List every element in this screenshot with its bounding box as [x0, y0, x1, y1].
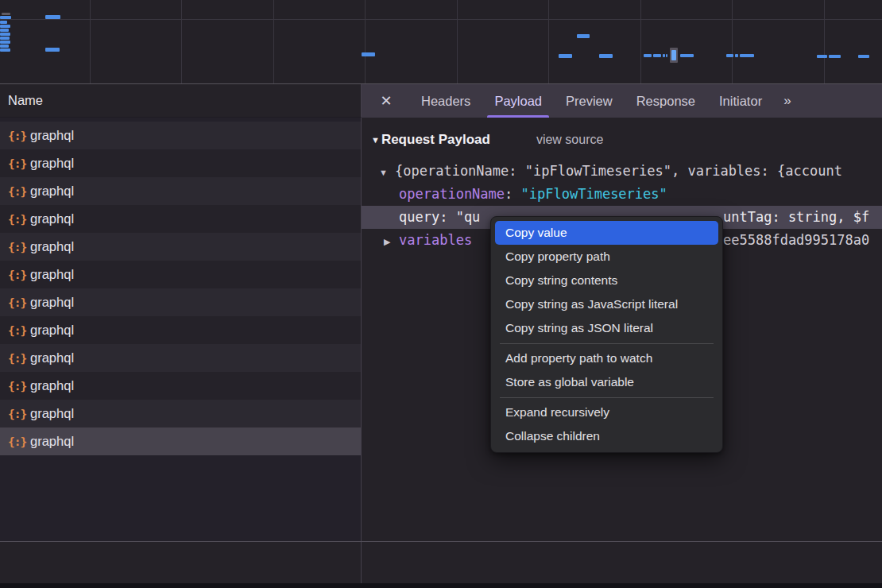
request-row[interactable]: {:}graphql	[0, 261, 361, 288]
window-bottom-edge	[0, 583, 882, 588]
request-row[interactable]: {:}graphql	[0, 427, 361, 455]
json-braces-icon: {:}	[8, 241, 30, 253]
section-collapse-icon[interactable]: ▼	[371, 135, 380, 145]
json-braces-icon: {:}	[8, 269, 30, 281]
overview-request-bar	[577, 34, 590, 38]
menu-item-copy-string-as-javascript-literal[interactable]: Copy string as JavaScript literal	[491, 292, 722, 316]
request-name: graphql	[30, 434, 74, 449]
json-braces-icon: {:}	[8, 157, 30, 170]
json-braces-icon: {:}	[8, 380, 30, 393]
overview-request-bar	[671, 50, 676, 60]
overview-request-bar	[726, 54, 733, 57]
menu-separator	[491, 394, 722, 400]
overview-request-bar	[362, 52, 375, 56]
main-split: {:}graphql{:}graphql{:}graphql{:}graphql…	[0, 118, 882, 541]
request-row[interactable]: {:}graphql	[0, 177, 361, 205]
overview-request-bar	[0, 37, 10, 40]
request-payload-section-header: ▼ Request Payload view source	[362, 127, 882, 153]
tree-text: operationName	[399, 186, 505, 202]
overview-gridline	[90, 0, 91, 83]
request-name: graphql	[30, 156, 74, 171]
devtools-network-panel: Name ✕ HeadersPayloadPreviewResponseInit…	[0, 0, 882, 588]
view-source-link[interactable]: view source	[536, 133, 603, 147]
overview-request-bar	[740, 54, 754, 57]
overview-request-bar	[858, 55, 869, 58]
request-name: graphql	[30, 211, 74, 226]
request-row[interactable]: {:}graphql	[0, 122, 361, 149]
overview-request-bar	[0, 44, 9, 48]
overview-request-bar	[599, 54, 613, 58]
request-row[interactable]: {:}graphql	[0, 205, 361, 233]
section-title: Request Payload	[381, 132, 490, 148]
request-name: graphql	[30, 378, 74, 393]
menu-item-expand-recursively[interactable]: Expand recursively	[491, 400, 722, 424]
request-row[interactable]: {:}graphql	[0, 344, 361, 372]
tab-preview[interactable]: Preview	[554, 84, 625, 118]
overview-gridline	[640, 0, 641, 83]
expanded-triangle-icon[interactable]: ▼	[379, 161, 395, 184]
name-column-label: Name	[8, 93, 43, 108]
payload-operation-name[interactable]: operationName: "ipFlowTimeseries"	[362, 183, 882, 206]
collapsed-triangle-icon[interactable]: ▶	[384, 230, 399, 253]
tree-text: {operationName: "ipFlowTimeseries", vari…	[395, 163, 842, 179]
close-icon[interactable]: ✕	[373, 92, 400, 110]
overview-request-bar	[0, 29, 9, 32]
json-braces-icon: {:}	[8, 408, 30, 420]
menu-item-copy-property-path[interactable]: Copy property path	[491, 245, 722, 269]
request-row[interactable]: {:}graphql	[0, 400, 361, 427]
tree-text: query: "qu	[399, 209, 480, 225]
request-name: graphql	[30, 350, 74, 366]
footer-area	[0, 541, 882, 583]
tab-initiator[interactable]: Initiator	[707, 84, 774, 118]
overview-tick	[2, 13, 10, 15]
overview-request-bar	[663, 54, 665, 57]
request-row[interactable]: {:}graphql	[0, 288, 361, 316]
menu-item-add-property-path-to-watch[interactable]: Add property path to watch	[491, 346, 722, 370]
overview-request-bar	[45, 15, 60, 19]
json-braces-icon: {:}	[8, 296, 30, 309]
menu-item-copy-value[interactable]: Copy value	[495, 221, 718, 245]
menu-item-store-as-global-variable[interactable]: Store as global variable	[491, 370, 722, 394]
request-row[interactable]: {:}graphql	[0, 149, 361, 177]
tab-response[interactable]: Response	[625, 84, 707, 118]
more-tabs-icon[interactable]: »	[774, 84, 799, 118]
overview-gridline	[732, 0, 733, 83]
name-column-header[interactable]: Name	[0, 84, 362, 118]
overview-request-bar	[644, 54, 652, 57]
request-name: graphql	[30, 184, 74, 199]
overview-request-bar	[0, 41, 10, 44]
menu-separator	[491, 340, 722, 346]
menu-item-copy-string-as-json-literal[interactable]: Copy string as JSON literal	[491, 316, 722, 340]
overview-gridline	[824, 0, 825, 83]
tab-payload[interactable]: Payload	[482, 84, 554, 118]
footer-divider	[361, 542, 362, 584]
request-name: graphql	[30, 239, 74, 254]
overview-request-bar	[680, 54, 694, 57]
menu-item-copy-string-contents[interactable]: Copy string contents	[491, 269, 722, 292]
tree-text: :	[505, 186, 520, 202]
request-row[interactable]: {:}graphql	[0, 316, 361, 344]
overview-request-bar	[0, 25, 10, 28]
request-row[interactable]: {:}graphql	[0, 372, 361, 400]
request-name: graphql	[30, 406, 74, 421]
tree-text-continuation: ee5588fdad995178a0	[723, 229, 869, 252]
request-row[interactable]: {:}graphql	[0, 233, 361, 261]
context-menu: Copy valueCopy property pathCopy string …	[490, 216, 723, 453]
json-braces-icon: {:}	[8, 213, 30, 226]
overview-request-bar	[817, 55, 827, 58]
request-name: graphql	[30, 128, 74, 143]
request-name: graphql	[30, 323, 74, 338]
json-braces-icon: {:}	[8, 324, 30, 337]
menu-item-collapse-children[interactable]: Collapse children	[491, 424, 722, 448]
payload-root-preview[interactable]: ▼{operationName: "ipFlowTimeseries", var…	[362, 159, 882, 183]
overview-gridline	[181, 0, 182, 83]
tree-text-continuation: untTag: string, $f	[723, 206, 869, 229]
tab-headers[interactable]: Headers	[409, 84, 482, 118]
json-braces-icon: {:}	[8, 130, 30, 142]
overview-request-bar	[0, 16, 11, 19]
tree-text: variables	[399, 232, 472, 248]
json-braces-icon: {:}	[8, 352, 30, 365]
overview-request-bar	[0, 33, 10, 36]
network-overview-timeline[interactable]	[0, 0, 882, 83]
overview-request-bar	[653, 54, 661, 57]
